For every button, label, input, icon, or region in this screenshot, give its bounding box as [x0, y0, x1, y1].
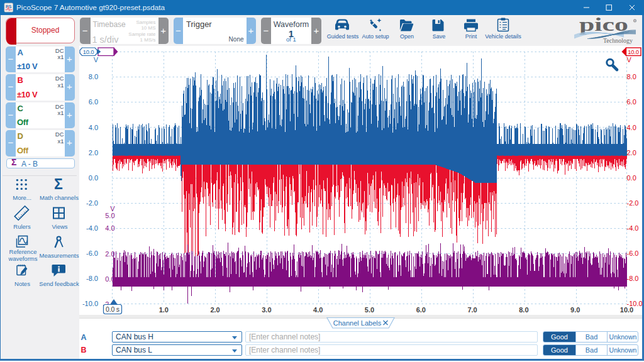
svg-text:-8.0: -8.0 — [86, 275, 98, 282]
svg-text:6.0: 6.0 — [416, 306, 426, 314]
svg-text:5.0: 5.0 — [105, 212, 114, 219]
svg-text:-4.0: -4.0 — [86, 224, 98, 232]
svg-text:2.0: 2.0 — [89, 149, 98, 156]
svg-text:9.0: 9.0 — [570, 306, 580, 314]
svg-text:0.0: 0.0 — [105, 275, 114, 283]
svg-text:1.0: 1.0 — [159, 306, 169, 314]
svg-text:0.0: 0.0 — [89, 174, 98, 182]
svg-text:5.0: 5.0 — [365, 306, 374, 314]
svg-text:10.0: 10.0 — [628, 48, 639, 55]
svg-text:V: V — [94, 56, 99, 63]
svg-text:8.0: 8.0 — [519, 306, 528, 314]
svg-text:Channel Labels: Channel Labels — [333, 319, 382, 327]
svg-text:-6.0: -6.0 — [86, 250, 98, 257]
svg-text:4.0: 4.0 — [627, 124, 636, 131]
svg-text:-10.0: -10.0 — [82, 300, 98, 307]
svg-text:7.0: 7.0 — [467, 306, 477, 314]
svg-text:6.0: 6.0 — [89, 98, 98, 106]
svg-text:6.0: 6.0 — [627, 98, 636, 106]
svg-text:2.0: 2.0 — [627, 149, 636, 156]
svg-text:-8.0: -8.0 — [627, 275, 639, 282]
svg-text:V: V — [627, 56, 632, 63]
svg-text:4.0: 4.0 — [313, 306, 323, 314]
svg-text:8.0: 8.0 — [89, 73, 98, 80]
svg-text:0.0 s: 0.0 s — [106, 305, 119, 313]
svg-text:4.0: 4.0 — [89, 124, 98, 131]
svg-text:-2.0: -2.0 — [627, 199, 639, 207]
svg-text:8.0: 8.0 — [627, 73, 636, 80]
svg-text:2.0: 2.0 — [105, 250, 114, 258]
svg-text:10.0: 10.0 — [83, 48, 94, 55]
svg-text:-6.0: -6.0 — [627, 250, 639, 257]
svg-text:V: V — [110, 205, 115, 212]
svg-text:pico: pico — [579, 14, 628, 35]
svg-text:Σ: Σ — [54, 176, 63, 192]
svg-text:3.0: 3.0 — [262, 306, 271, 314]
svg-text:2.0: 2.0 — [210, 306, 219, 314]
svg-text:-4.0: -4.0 — [627, 224, 639, 232]
svg-text:-2.0: -2.0 — [86, 199, 98, 207]
svg-text:0.0: 0.0 — [627, 174, 636, 182]
svg-text:4.0: 4.0 — [105, 224, 114, 232]
svg-text:10.0: 10.0 — [620, 306, 633, 314]
